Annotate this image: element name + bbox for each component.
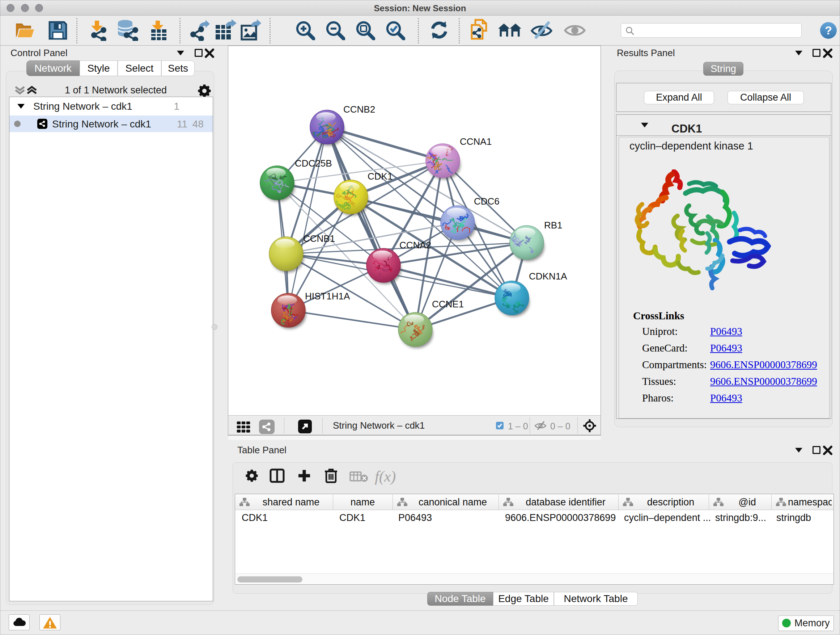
svg-text:CDK1: CDK1 — [368, 171, 393, 182]
svg-text:CCNB1: CCNB1 — [303, 233, 335, 244]
svg-text:CDC6: CDC6 — [474, 196, 500, 207]
svg-text:CCNA1: CCNA1 — [460, 136, 492, 147]
svg-text:CDC25B: CDC25B — [295, 158, 332, 169]
svg-text:CCNB2: CCNB2 — [343, 104, 375, 115]
svg-text:CDKN1A: CDKN1A — [529, 271, 567, 282]
svg-text:CCNA2: CCNA2 — [399, 240, 431, 250]
svg-text:CCNE1: CCNE1 — [432, 299, 464, 310]
svg-text:RB1: RB1 — [544, 220, 562, 231]
svg-text:HIST1H1A: HIST1H1A — [305, 291, 350, 302]
